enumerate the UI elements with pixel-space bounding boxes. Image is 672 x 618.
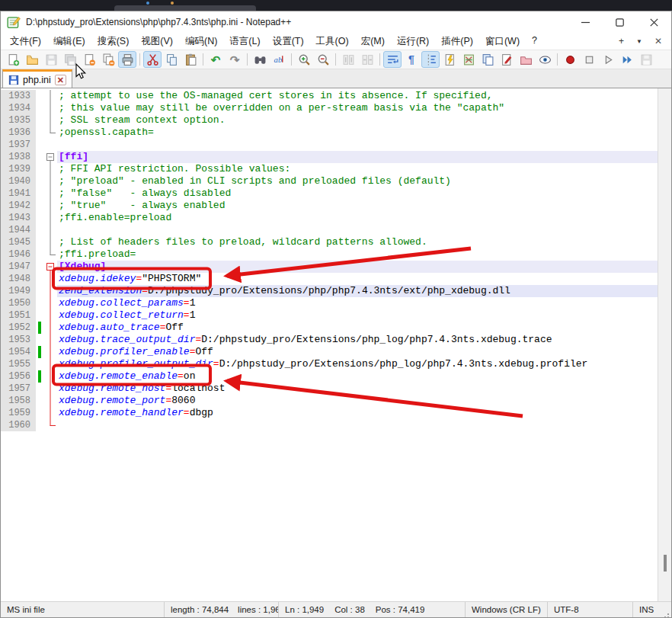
line-number[interactable]: 1946 xyxy=(1,248,36,261)
code-line[interactable]: ; this value may still be overridden on … xyxy=(57,102,658,114)
menu-item-9[interactable]: 运行(R) xyxy=(391,34,435,50)
copy-icon[interactable] xyxy=(162,51,181,68)
vertical-scrollbar[interactable] xyxy=(658,88,671,601)
indent-guide-icon[interactable] xyxy=(421,51,440,68)
code-line[interactable]: xdebug.trace_output_dir=D:/phpstudy_pro/… xyxy=(57,334,658,346)
line-number[interactable]: 1938 xyxy=(1,151,36,163)
resize-grip[interactable] xyxy=(667,613,669,615)
line-number[interactable]: 1937 xyxy=(1,139,36,151)
line-number[interactable]: 1959 xyxy=(1,407,36,419)
line-number[interactable]: 1947 xyxy=(1,261,36,273)
code-line[interactable]: ; FFI API restriction. Possible values: xyxy=(57,163,658,175)
zoom-in-icon[interactable] xyxy=(295,51,313,68)
undo-icon[interactable]: ↶ xyxy=(206,51,225,68)
menu-item-0[interactable]: 文件(F) xyxy=(4,34,47,50)
word-wrap-icon[interactable] xyxy=(383,51,402,68)
code-line[interactable]: [Xdebug] xyxy=(57,261,658,273)
macro-play-icon[interactable] xyxy=(599,51,617,68)
paste-icon[interactable] xyxy=(181,51,200,68)
line-number[interactable]: 1951 xyxy=(1,309,36,322)
udl-dialog-icon[interactable] xyxy=(440,51,459,68)
line-number[interactable]: 1943 xyxy=(1,212,36,224)
new-tab-plus-button[interactable]: + xyxy=(619,36,624,46)
menu-item-5[interactable]: 语言(L) xyxy=(223,34,266,50)
fold-toggle-icon[interactable] xyxy=(43,261,57,273)
close-tab-button[interactable]: ✕ xyxy=(654,36,662,46)
menu-item-11[interactable]: 窗口(W) xyxy=(479,34,526,50)
line-number[interactable]: 1944 xyxy=(1,224,36,236)
cut-icon[interactable] xyxy=(143,51,162,68)
code-line[interactable]: zend_extension=D:/phpstudy_pro/Extension… xyxy=(57,285,658,297)
macro-run-multiple-icon[interactable] xyxy=(618,51,636,68)
find-icon[interactable] xyxy=(251,51,269,68)
close-window-button[interactable] xyxy=(637,11,671,33)
code-line[interactable]: xdebug.idekey="PHPSTORM" xyxy=(57,273,658,285)
code-line[interactable]: xdebug.remote_port=8060 xyxy=(57,395,658,407)
line-number[interactable]: 1942 xyxy=(1,200,36,212)
line-number[interactable]: 1939 xyxy=(1,163,36,175)
minimize-button[interactable] xyxy=(568,11,603,33)
function-list-icon[interactable] xyxy=(498,51,516,68)
code-line[interactable]: xdebug.remote_handler=dbgp xyxy=(57,407,658,419)
code-line[interactable]: xdebug.profiler_output_dir=D:/phpstudy_p… xyxy=(57,358,658,370)
monitoring-icon[interactable] xyxy=(536,51,554,68)
menu-item-12[interactable]: ? xyxy=(526,34,543,50)
code-line[interactable]: xdebug.auto_trace=Off xyxy=(57,322,658,334)
code-line[interactable]: xdebug.remote_host=localhost xyxy=(57,383,658,395)
line-number[interactable]: 1945 xyxy=(1,236,36,248)
line-number[interactable]: 1935 xyxy=(1,114,36,126)
editor[interactable]: 1933; attempt to use the OS-managed cert… xyxy=(1,88,658,601)
code-line[interactable]: ;openssl.capath= xyxy=(57,126,658,139)
line-number[interactable]: 1956 xyxy=(1,370,36,383)
code-line[interactable]: xdebug.profiler_enable=Off xyxy=(57,346,658,358)
zoom-out-icon[interactable] xyxy=(314,51,332,68)
tab-close-icon[interactable]: ✕ xyxy=(55,75,66,85)
line-number[interactable]: 1954 xyxy=(1,346,36,358)
code-line[interactable] xyxy=(57,224,658,236)
code-line[interactable]: ; "false" - always disabled xyxy=(57,187,658,200)
close-icon[interactable] xyxy=(80,51,98,68)
macro-record-icon[interactable] xyxy=(561,51,579,68)
tab-php-ini[interactable]: php.ini ✕ xyxy=(2,69,72,88)
code-line[interactable]: [ffi] xyxy=(57,151,658,163)
menu-item-8[interactable]: 宏(M) xyxy=(355,34,391,50)
redo-icon[interactable]: ↷ xyxy=(226,51,244,68)
menu-item-2[interactable]: 搜索(S) xyxy=(91,34,136,50)
line-number[interactable]: 1955 xyxy=(1,358,36,370)
code-line[interactable]: ;ffi.enable=preload xyxy=(57,212,658,224)
print-icon[interactable] xyxy=(118,51,136,68)
code-line[interactable]: xdebug.remote_enable=on xyxy=(57,370,658,383)
doc-map-icon[interactable] xyxy=(459,51,478,68)
line-number[interactable]: 1950 xyxy=(1,297,36,309)
code-line[interactable]: ; attempt to use the OS-managed cert sto… xyxy=(57,90,658,102)
code-line[interactable]: ; List of headers files to preload, wild… xyxy=(57,236,658,248)
line-number[interactable]: 1958 xyxy=(1,395,36,407)
code-line[interactable]: ; "preload" - enabled in CLI scripts and… xyxy=(57,175,658,187)
folder-as-workspace-icon[interactable] xyxy=(517,51,535,68)
line-number[interactable]: 1960 xyxy=(1,419,36,431)
close-all-icon[interactable] xyxy=(99,51,117,68)
line-number[interactable]: 1948 xyxy=(1,273,36,285)
open-file-icon[interactable] xyxy=(23,51,41,68)
line-number[interactable]: 1940 xyxy=(1,175,36,187)
line-number[interactable]: 1934 xyxy=(1,102,36,114)
doc-list-icon[interactable] xyxy=(478,51,497,68)
line-number[interactable]: 1933 xyxy=(1,90,36,102)
code-line[interactable]: xdebug.collect_return=1 xyxy=(57,309,658,322)
code-line[interactable] xyxy=(57,419,658,431)
fold-toggle-icon[interactable] xyxy=(43,151,57,163)
line-number[interactable]: 1949 xyxy=(1,285,36,297)
menu-item-4[interactable]: 编码(N) xyxy=(179,34,223,50)
code-line[interactable] xyxy=(57,139,658,151)
code-line[interactable]: ;ffi.preload= xyxy=(57,248,658,261)
line-number[interactable]: 1941 xyxy=(1,187,36,200)
line-number[interactable]: 1957 xyxy=(1,383,36,395)
menu-item-1[interactable]: 编辑(E) xyxy=(47,34,91,50)
menu-item-6[interactable]: 设置(T) xyxy=(267,34,310,50)
tab-list-dropdown-icon[interactable]: ▼ xyxy=(636,38,642,45)
maximize-button[interactable] xyxy=(603,11,637,33)
menu-item-3[interactable]: 视图(V) xyxy=(135,34,179,50)
show-all-chars-icon[interactable]: ¶ xyxy=(402,51,421,68)
macro-stop-icon[interactable] xyxy=(580,51,598,68)
menu-item-10[interactable]: 插件(P) xyxy=(435,34,479,50)
